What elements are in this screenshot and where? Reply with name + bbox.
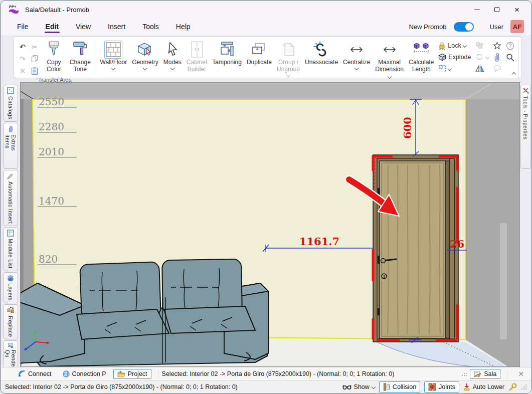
sidebar-tab-layers[interactable]: Layers (4, 272, 18, 303)
centralize-arrows-icon (348, 40, 365, 59)
group-ungroup-button[interactable]: Group / Ungroup (274, 38, 302, 81)
explode-button[interactable]: Explode (438, 52, 471, 62)
resize-grip-icon[interactable] (521, 384, 527, 390)
glasses-icon (342, 384, 351, 390)
help-button[interactable]: ? (506, 41, 514, 51)
auto-lower-button[interactable]: Auto Lower (463, 383, 504, 391)
project-folder-icon (117, 370, 125, 377)
user-label[interactable]: User (490, 23, 503, 31)
dimension-door-side[interactable]: 26 (447, 238, 467, 250)
sidebar-tab-extras-items[interactable]: Extras Items (4, 123, 18, 169)
cabinet-builder-button[interactable]: Cabinet Builder (184, 38, 210, 81)
swap-button[interactable] (475, 52, 489, 62)
svg-text:26: 26 (450, 238, 464, 250)
menu-insert[interactable]: Insert (107, 21, 126, 33)
geometry-button[interactable]: Geometry (129, 38, 161, 81)
calculate-length-button[interactable]: Calculate Length (406, 38, 436, 81)
sidebar-tab-module-list[interactable]: Module List (4, 227, 18, 271)
attach-button[interactable] (493, 52, 502, 62)
connect-tab[interactable]: Connect (14, 368, 56, 379)
connect-icon (18, 370, 26, 377)
module-list-icon (7, 230, 14, 237)
duplicate-button[interactable]: Duplicate (244, 38, 274, 81)
unassociate-button[interactable]: Unassociate (302, 38, 340, 81)
tamponing-button[interactable]: Tamponing (210, 38, 244, 81)
sidebar-tab-replace[interactable]: Replace (4, 304, 18, 339)
selection-status-text: Selected: Interior 02 -> Porta de Giro (… (162, 370, 395, 377)
wall-floor-chevron-icon (111, 66, 115, 70)
collision-button[interactable]: Collision (379, 381, 420, 392)
paste-icon[interactable] (30, 66, 40, 76)
new-promob-label: New Promob (409, 23, 446, 31)
mirror-button[interactable] (475, 64, 489, 74)
project-tab[interactable]: Project (113, 369, 151, 379)
grip-dots-icon[interactable] (461, 371, 467, 377)
centralize-chevron-icon (354, 66, 359, 70)
menu-help[interactable]: Help (175, 21, 192, 33)
menu-view[interactable]: View (75, 21, 92, 33)
maximize-button[interactable] (487, 3, 507, 17)
title-bar: PP+ Sala/Default - Promob × (1, 1, 531, 18)
layers-icon (7, 275, 14, 281)
menu-edit[interactable]: Edit (45, 21, 60, 33)
lasso-icon (493, 65, 502, 73)
main-area: Catalogs Extras Items Automatic Insert M… (1, 82, 531, 367)
maximal-dimension-button[interactable]: Maximal Dimension (373, 38, 406, 81)
sidebar-tab-automatic-insert[interactable]: Automatic Insert (4, 170, 18, 226)
modes-button[interactable]: Modes (161, 38, 184, 81)
unassociate-broken-chain-icon (313, 40, 330, 59)
centralize-button[interactable]: Centralize (340, 38, 373, 81)
swap-arrows-icon (475, 53, 484, 61)
scene-tab-sala[interactable]: Sala (470, 369, 500, 379)
cabinet-builder-icon (190, 40, 204, 59)
copy-icon[interactable] (30, 54, 40, 64)
catalogs-icon (7, 87, 14, 94)
change-tone-button[interactable]: Change Tone (66, 38, 94, 76)
door[interactable] (373, 155, 458, 342)
new-promob-toggle[interactable] (454, 22, 474, 32)
redo-icon[interactable]: ↷ (18, 54, 28, 64)
undo-icon[interactable]: ↶ (18, 42, 28, 52)
wall-floor-button[interactable]: Wall/Floor (98, 38, 130, 81)
status-bar-bottom: Selected: Interior 02 -> Porta de Giro (… (1, 380, 531, 393)
copy-color-button[interactable]: Copy Color (42, 38, 66, 76)
joints-button[interactable]: Joints (424, 381, 459, 392)
selection-options-button[interactable] (438, 64, 471, 74)
viewport-3d[interactable]: 2550 2280 2010 1470 820 (20, 82, 520, 367)
window-title: Sala/Default - Promob (25, 6, 467, 14)
ribbon-separator (518, 41, 518, 78)
svg-text:2550: 2550 (39, 96, 64, 108)
minimize-button[interactable] (467, 3, 487, 17)
move-copies-button[interactable] (475, 41, 489, 51)
show-dropdown[interactable]: Show (342, 383, 375, 390)
svg-text:1161.7: 1161.7 (299, 235, 339, 248)
group-ungroup-icon (281, 40, 296, 59)
close-scene-icon[interactable]: ✕ (514, 370, 528, 378)
cut-icon[interactable]: ✂ (30, 42, 40, 52)
delete-icon[interactable]: ✕ (18, 66, 28, 76)
menu-file[interactable]: File (16, 21, 30, 33)
ribbon-separator (96, 41, 96, 74)
search-button[interactable] (506, 52, 514, 62)
menu-tools[interactable]: Tools (141, 21, 160, 33)
svg-text:2010: 2010 (39, 146, 64, 158)
maximal-dimension-icon (381, 40, 398, 59)
change-tone-roller-icon (73, 40, 88, 59)
wall-floor-icon (104, 41, 122, 59)
user-avatar[interactable]: AF (510, 20, 524, 33)
sidebar-tab-catalogs[interactable]: Catalogs (4, 85, 18, 122)
wrench-icon[interactable] (508, 383, 517, 391)
favorite-button[interactable] (493, 41, 502, 51)
star-icon (493, 42, 501, 50)
maximal-dimension-chevron-icon (387, 74, 391, 78)
close-button[interactable]: × (507, 3, 527, 17)
connection-p-tab[interactable]: Conection P (59, 369, 110, 379)
duplicate-icon (251, 40, 267, 59)
sidebar-tab-tools-properties[interactable]: Tools - Properties (520, 85, 531, 169)
lock-icon (438, 42, 446, 50)
lock-button[interactable]: Lock (438, 41, 471, 51)
joints-icon (428, 383, 436, 391)
lasso-button[interactable] (493, 64, 502, 74)
lock-chevron-icon (462, 44, 466, 48)
selection-status-text-2: Selected: Interior 02 -> Porta de Giro (… (5, 383, 238, 390)
